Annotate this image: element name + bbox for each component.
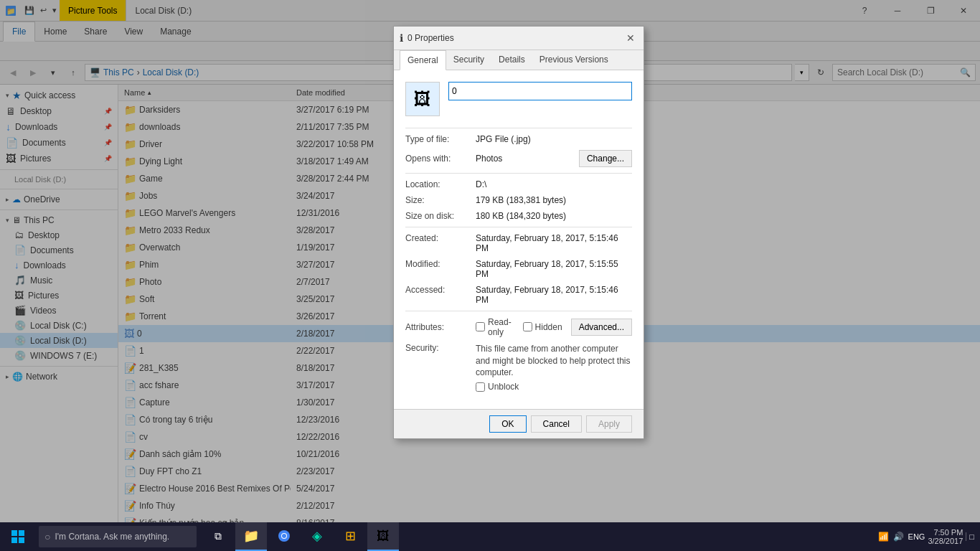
app3-taskbar-button[interactable]: ◈ <box>301 522 333 551</box>
taskview-icon: ⧉ <box>215 530 222 542</box>
cortana-icon: ○ <box>44 531 50 542</box>
readonly-label[interactable]: Read-only <box>488 317 514 337</box>
hidden-checkbox-row: Hidden <box>523 322 562 332</box>
openswith-value: Photos <box>476 154 573 164</box>
clock-date: 3/28/2017 <box>928 537 963 545</box>
advanced-button[interactable]: Advanced... <box>571 319 632 336</box>
modal-close-button[interactable]: ✕ <box>623 31 638 45</box>
type-label: Type of file: <box>405 134 470 144</box>
modal-overlay: ℹ 0 Properties ✕ General Security Detail… <box>0 0 980 522</box>
unblock-checkbox[interactable] <box>476 382 485 392</box>
openswith-label: Opens with: <box>405 154 470 164</box>
size-label: Size: <box>405 195 470 205</box>
apply-button[interactable]: Apply <box>586 415 632 433</box>
chrome-taskbar-button[interactable] <box>268 522 300 551</box>
readonly-checkbox-row: Read-only <box>476 317 514 337</box>
hidden-checkbox[interactable] <box>523 322 532 331</box>
lang-indicator[interactable]: ENG <box>908 532 925 541</box>
svg-rect-2 <box>11 530 17 536</box>
photos-taskbar-button[interactable]: 🖼 <box>367 522 399 551</box>
app4-taskbar-button[interactable]: ⊞ <box>334 522 366 551</box>
modal-tab-general[interactable]: General <box>400 50 446 70</box>
modal-body: 🖼 Type of file: JPG File (.jpg) Opens wi… <box>394 70 644 409</box>
modal-row-security: Security: This file came from another co… <box>405 343 632 392</box>
app4-icon: ⊞ <box>345 528 356 544</box>
taskbar-clock[interactable]: 7:50 PM 3/28/2017 <box>928 528 963 545</box>
hidden-label[interactable]: Hidden <box>535 322 562 332</box>
modal-row-openswith: Opens with: Photos Change... <box>405 150 632 167</box>
type-value: JPG File (.jpg) <box>476 134 632 144</box>
accessed-value: Saturday, February 18, 2017, 5:15:46 PM <box>476 285 632 305</box>
file-preview-icon: 🖼 <box>405 82 440 116</box>
modal-title-text: 0 Properties <box>407 33 454 43</box>
volume-tray-icon[interactable]: 🔊 <box>893 532 904 542</box>
start-button[interactable] <box>0 522 36 551</box>
modal-row-modified: Modified: Saturday, February 18, 2017, 5… <box>405 259 632 279</box>
modal-tab-details[interactable]: Details <box>491 50 532 70</box>
modal-row-created: Created: Saturday, February 18, 2017, 5:… <box>405 233 632 253</box>
sizeondisk-value: 180 KB (184,320 bytes) <box>476 211 632 221</box>
modal-row-type: Type of file: JPG File (.jpg) <box>405 134 632 144</box>
app3-icon: ◈ <box>312 528 322 544</box>
modal-tab-security[interactable]: Security <box>446 50 491 70</box>
size-value: 179 KB (183,381 bytes) <box>476 195 632 205</box>
unblock-label[interactable]: Unblock <box>488 382 519 392</box>
ok-button[interactable]: OK <box>489 415 526 433</box>
location-label: Location: <box>405 179 470 189</box>
properties-dialog: ℹ 0 Properties ✕ General Security Detail… <box>393 26 644 439</box>
security-text: This file came from another computer and… <box>476 343 632 379</box>
systray: 📶 🔊 ENG <box>878 532 925 542</box>
modal-row-sizeondisk: Size on disk: 180 KB (184,320 bytes) <box>405 211 632 221</box>
unblock-checkbox-row: Unblock <box>476 382 632 392</box>
explorer-icon: 📁 <box>243 528 259 544</box>
cancel-button[interactable]: Cancel <box>531 415 582 433</box>
modal-name-input-wrapper <box>448 82 632 100</box>
readonly-checkbox[interactable] <box>476 322 485 331</box>
accessed-label: Accessed: <box>405 285 470 295</box>
show-desktop-button[interactable]: □ <box>966 532 974 541</box>
cortana-search[interactable]: ○ I'm Cortana. Ask me anything. <box>39 526 197 547</box>
taskbar: ○ I'm Cortana. Ask me anything. ⧉ 📁 ◈ ⊞ … <box>0 522 980 551</box>
modal-footer: OK Cancel Apply <box>394 409 644 438</box>
created-label: Created: <box>405 233 470 243</box>
security-label: Security: <box>405 343 470 353</box>
attributes-label: Attributes: <box>405 322 470 332</box>
modal-title-bar: ℹ 0 Properties ✕ <box>394 27 644 50</box>
created-value: Saturday, February 18, 2017, 5:15:46 PM <box>476 233 632 253</box>
modified-value: Saturday, February 18, 2017, 5:15:55 PM <box>476 259 632 279</box>
change-button[interactable]: Change... <box>579 150 632 167</box>
clock-time: 7:50 PM <box>933 528 963 537</box>
photos-icon: 🖼 <box>377 529 390 544</box>
network-tray-icon[interactable]: 📶 <box>878 532 889 542</box>
modal-file-preview: 🖼 <box>405 82 632 116</box>
cortana-text: I'm Cortana. Ask me anything. <box>55 532 169 542</box>
modal-icon: ℹ <box>400 32 403 44</box>
modal-filename-input[interactable] <box>448 82 632 100</box>
sizeondisk-label: Size on disk: <box>405 211 470 221</box>
svg-rect-5 <box>19 537 24 543</box>
modal-row-attributes: Attributes: Read-only Hidden Advanced... <box>405 317 632 337</box>
svg-rect-3 <box>19 530 24 536</box>
modal-tab-previousversions[interactable]: Previous Versions <box>532 50 616 70</box>
taskbar-apps: ⧉ 📁 ◈ ⊞ 🖼 <box>202 522 399 551</box>
svg-rect-4 <box>11 537 17 543</box>
taskview-button[interactable]: ⧉ <box>202 522 234 551</box>
modal-tabs: General Security Details Previous Versio… <box>394 50 644 70</box>
taskbar-right: 📶 🔊 ENG 7:50 PM 3/28/2017 □ <box>872 528 980 545</box>
svg-point-8 <box>282 534 286 538</box>
modal-row-accessed: Accessed: Saturday, February 18, 2017, 5… <box>405 285 632 305</box>
modal-row-size: Size: 179 KB (183,381 bytes) <box>405 195 632 205</box>
explorer-taskbar-button[interactable]: 📁 <box>235 522 267 551</box>
modified-label: Modified: <box>405 259 470 269</box>
location-value: D:\ <box>476 179 632 189</box>
modal-title: ℹ 0 Properties <box>400 32 454 44</box>
modal-row-location: Location: D:\ <box>405 179 632 189</box>
